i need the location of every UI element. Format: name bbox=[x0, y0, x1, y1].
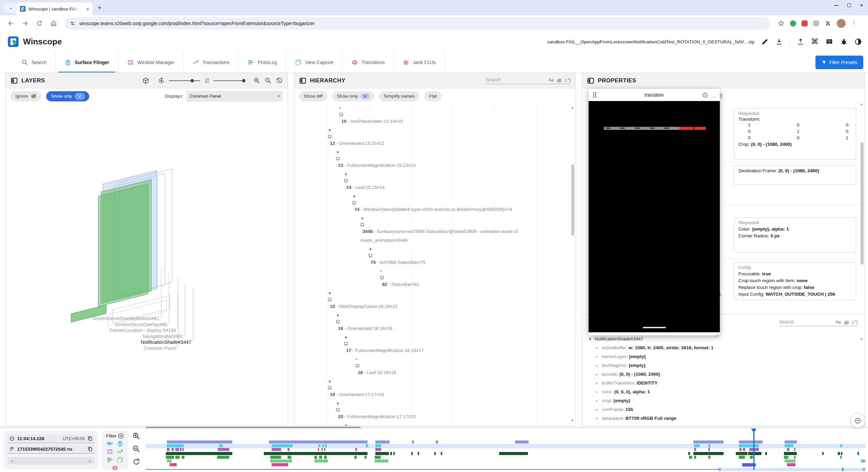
view-capture-icon[interactable] bbox=[117, 456, 123, 463]
window-manager-segment[interactable] bbox=[743, 448, 745, 451]
regex-toggle[interactable]: (.*) bbox=[852, 320, 858, 324]
property-dataspace[interactable]: dataspace: BT709 sRGB Full range bbox=[582, 414, 865, 423]
window-manager-segment[interactable] bbox=[694, 448, 696, 451]
copy-icon[interactable] bbox=[87, 436, 93, 441]
window-minimize-icon[interactable] bbox=[834, 5, 839, 6]
surface-flinger-segment[interactable] bbox=[739, 444, 759, 447]
tab-surface-flinger[interactable]: Surface Flinger bbox=[56, 52, 118, 73]
hierarchy-node-74[interactable]: ▼74 - WindowToken{fdddbe6 type=2000 andr… bbox=[294, 192, 575, 214]
expand-arrow-icon[interactable]: ▼ bbox=[588, 337, 592, 341]
surface-flinger-segment[interactable] bbox=[219, 444, 223, 447]
expand-arrow-icon[interactable]: ▼ bbox=[352, 194, 356, 198]
layer-label[interactable]: ScreenDecorOverlayBottom#61 bbox=[6, 316, 159, 321]
hierarchy-node-10[interactable]: 10 - ImePlaceholder:13:14#10 bbox=[294, 104, 575, 126]
property-color[interactable]: color: (0, 0, 0), alpha: 1 bbox=[582, 388, 865, 396]
transactions-segment[interactable] bbox=[693, 452, 724, 455]
expand-arrow-icon[interactable]: ▼ bbox=[328, 379, 332, 383]
hierarchy-node-13[interactable]: ▼13 - FullscreenMagnification:15:15#13 bbox=[294, 148, 575, 170]
screen-recording-segment[interactable] bbox=[515, 440, 529, 444]
transactions-segment[interactable] bbox=[857, 452, 859, 455]
browser-tab[interactable]: Winscope | sandbox-FAIL × bbox=[16, 2, 93, 15]
regex-toggle[interactable]: (.*) bbox=[565, 78, 571, 82]
window-manager-icon[interactable] bbox=[106, 448, 113, 455]
upload-icon[interactable] bbox=[797, 38, 804, 45]
window-manager-segment[interactable] bbox=[739, 448, 742, 451]
surface-flinger-segment[interactable] bbox=[318, 444, 320, 447]
transition-overlay-window[interactable]: transition _ bbox=[589, 89, 720, 335]
expand-arrow-icon[interactable]: ▼ bbox=[336, 313, 340, 317]
transactions-segment[interactable] bbox=[841, 452, 842, 455]
expand-arrow-icon[interactable]: ▼ bbox=[344, 335, 348, 339]
protolog-segment[interactable] bbox=[794, 456, 795, 459]
transactions-segment[interactable] bbox=[375, 452, 389, 455]
3d-view-icon[interactable] bbox=[142, 77, 150, 84]
view-capture-segment[interactable] bbox=[375, 459, 388, 463]
surface-flinger-segment[interactable] bbox=[840, 444, 842, 447]
protolog-segment[interactable] bbox=[694, 456, 696, 459]
surface-flinger-segment[interactable] bbox=[785, 444, 793, 447]
hierarchy-node-20[interactable]: ▼20 - FullscreenMagnification:17:17#20 bbox=[294, 399, 575, 421]
transactions-segment[interactable] bbox=[411, 452, 413, 455]
screen-recording-segment[interactable] bbox=[739, 440, 763, 444]
frame-scrollbar[interactable]: ‹ › bbox=[7, 457, 95, 465]
window-manager-segment[interactable] bbox=[175, 448, 179, 451]
screen-recording-segment[interactable] bbox=[167, 440, 232, 444]
transactions-segment[interactable] bbox=[838, 452, 840, 455]
transactions-segment[interactable] bbox=[688, 452, 690, 455]
window-manager-segment[interactable] bbox=[318, 448, 319, 451]
simplify-names-chip[interactable]: Simplify names bbox=[379, 91, 420, 101]
surface-flinger-segment[interactable] bbox=[167, 444, 184, 447]
theme-toggle-icon[interactable] bbox=[854, 38, 862, 45]
property-barrierLayer[interactable]: barrierLayer: [empty] bbox=[582, 352, 865, 361]
zoom-in-icon[interactable] bbox=[253, 77, 260, 84]
expand-arrow-icon[interactable]: ▼ bbox=[328, 291, 332, 295]
download-icon[interactable] bbox=[775, 38, 783, 45]
properties-root-node[interactable]: ▼NotificationShade#3447 bbox=[582, 335, 865, 343]
spacing-slider[interactable] bbox=[214, 80, 245, 81]
property-bounds[interactable]: bounds: (0, 0) - (1080, 2400) bbox=[582, 370, 865, 379]
collapse-filter-icon[interactable] bbox=[118, 433, 124, 439]
extension-icon-gray[interactable] bbox=[813, 20, 819, 26]
screen-recording-segment[interactable] bbox=[269, 440, 368, 444]
surface-flinger-segment[interactable] bbox=[708, 444, 710, 447]
transitions-segment[interactable] bbox=[170, 463, 177, 466]
protolog-segment[interactable] bbox=[784, 456, 788, 459]
layer-label[interactable]: NotificationShade#3447 bbox=[6, 339, 191, 345]
layer-label[interactable]: PointerLocation - display 0#134 bbox=[6, 328, 176, 333]
reset-view-icon[interactable] bbox=[276, 77, 283, 84]
new-tab-button[interactable]: + bbox=[98, 4, 102, 12]
window-manager-segment[interactable] bbox=[708, 448, 710, 451]
hierarchy-search-input[interactable]: Search bbox=[486, 77, 501, 82]
minimap-right-handle[interactable] bbox=[863, 468, 865, 471]
show-diff-chip[interactable]: Show diff bbox=[299, 91, 327, 101]
view-capture-segment[interactable] bbox=[785, 459, 795, 463]
show-only-chip[interactable]: Show onlyV bbox=[332, 91, 374, 101]
window-manager-segment[interactable] bbox=[172, 448, 174, 451]
window-manager-segment[interactable] bbox=[288, 448, 290, 451]
extension-icon-red[interactable] bbox=[802, 20, 808, 26]
transactions-segment[interactable] bbox=[748, 452, 762, 455]
hierarchy-node-17[interactable]: ▼17 - FullscreenMagnification:16:16#17 bbox=[294, 333, 575, 355]
screen-recording-segment[interactable] bbox=[785, 440, 797, 444]
surface-flinger-segment[interactable] bbox=[322, 444, 324, 447]
window-manager-segment[interactable] bbox=[324, 448, 326, 451]
protolog-segment[interactable] bbox=[364, 456, 367, 459]
property-activeBuffer[interactable]: activeBuffer: w: 1080, h: 2400, stride: … bbox=[582, 343, 865, 352]
window-manager-segment[interactable] bbox=[355, 448, 357, 451]
rotation-slider[interactable] bbox=[169, 80, 200, 81]
tab-view-capture[interactable]: View Capture bbox=[286, 52, 343, 73]
transactions-segment[interactable] bbox=[393, 452, 395, 455]
match-word-toggle[interactable]: ab bbox=[557, 78, 561, 82]
protolog-segment[interactable] bbox=[319, 456, 322, 459]
docs-book-icon[interactable] bbox=[825, 38, 833, 45]
window-manager-segment[interactable] bbox=[182, 448, 184, 451]
transactions-icon[interactable] bbox=[117, 448, 123, 455]
tab-transactions[interactable]: Transactions bbox=[183, 52, 239, 73]
collapse-panel-icon[interactable] bbox=[587, 77, 594, 84]
chevron-left-icon[interactable]: ‹ bbox=[12, 458, 13, 464]
edit-icon[interactable] bbox=[761, 38, 769, 45]
displays-select[interactable]: Common Panel▾ bbox=[186, 91, 283, 102]
forward-icon[interactable] bbox=[22, 20, 28, 27]
surface-flinger-segment[interactable] bbox=[375, 444, 381, 447]
tab-transitions[interactable]: Transitions bbox=[342, 52, 394, 73]
